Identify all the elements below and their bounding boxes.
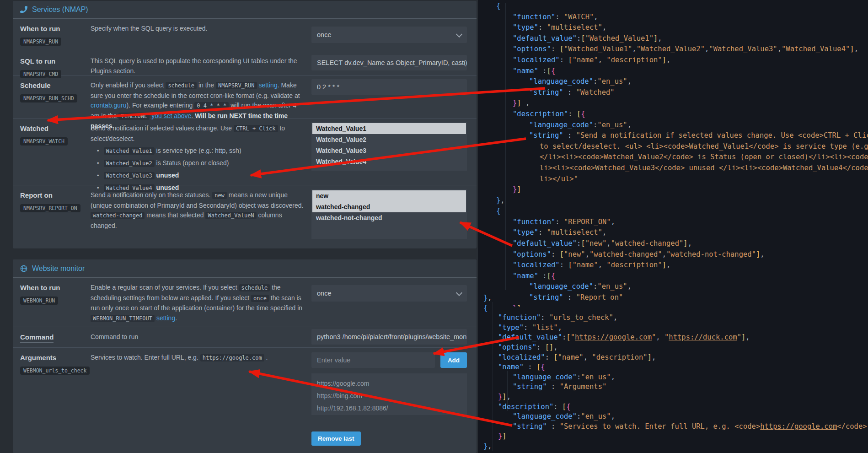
setting-label: When to run: [20, 25, 60, 32]
description-text: means that selected: [145, 211, 205, 219]
code-token: ,: [598, 261, 607, 269]
code-token: ,: [521, 99, 530, 107]
option-new[interactable]: new: [312, 190, 466, 201]
setting-description: Send a notification if selected values c…: [91, 119, 311, 193]
setting-control-cell: newwatched-changedwatched-not-changed: [311, 185, 477, 242]
code-line: "string" : "Watched": [478, 87, 868, 98]
code-line: "type": "multiselect",: [478, 227, 868, 238]
code-token: }: [483, 294, 488, 302]
code-token: :: [560, 261, 568, 269]
code-token: ]: [517, 185, 521, 194]
settings-row-sql-to-run: SQL to runNMAPSRV_CMDThis SQL query is u…: [13, 51, 477, 75]
code-token: ]: [850, 45, 854, 53]
enter-value-input[interactable]: Enter value: [311, 352, 435, 368]
panel-title: Services (NMAP): [32, 5, 88, 14]
settings-row-webmon-when-to-run: When to runWEBMON_RUNEnable a regular sc…: [13, 278, 477, 327]
row-label-cell: Command: [13, 327, 91, 347]
code-line: "string" : "Send a notification if selec…: [478, 130, 868, 141]
code-token: ]: [683, 239, 687, 248]
code-token: :: [541, 313, 549, 322]
setting-control-cell: python3 /home/pi/pialert/front/plugins/w…: [311, 327, 477, 347]
code-url-link[interactable]: https://google.com: [575, 333, 652, 341]
panel-title: Website monitor: [32, 264, 85, 273]
code-token: :: [538, 272, 547, 280]
inline-code: 0 4 * * *: [194, 102, 229, 109]
code-token: "name": [573, 56, 598, 64]
webmon-when-to-run-select[interactable]: once: [311, 285, 467, 302]
description-text: Command to run: [91, 333, 138, 340]
code-token: "urls_to_check": [549, 313, 613, 322]
code-token: "multiselect": [547, 23, 602, 32]
option-watched-not-changed[interactable]: watched-not-changed: [312, 212, 466, 223]
code-token: ,: [500, 196, 504, 205]
code-token: :: [563, 131, 576, 140]
inline-link[interactable]: crontab.guru: [91, 102, 127, 109]
code-line: {: [478, 452, 868, 453]
code-line: }] ,: [478, 98, 868, 109]
sql-to-run-input[interactable]: SELECT dv.dev_Name as Object_PrimaryID, …: [311, 55, 467, 70]
code-token: ,: [760, 250, 764, 259]
bullet-dot: •: [97, 147, 99, 154]
code-url-link[interactable]: https://duck.com: [669, 333, 737, 341]
description-text: Services to watch. Enter full URL, e.g.: [91, 354, 200, 361]
code-line: "language_code":"en_us",: [478, 76, 868, 87]
command-input[interactable]: python3 /home/pi/pialert/front/plugins/w…: [311, 329, 467, 345]
code-token: :: [577, 373, 581, 381]
setting-label: Watched: [20, 124, 48, 132]
code-token: "function": [513, 218, 555, 226]
code-token: ]: [741, 333, 745, 341]
code-token: ,: [488, 442, 492, 450]
code-token: [: [568, 261, 572, 269]
code-line: "name" :[{: [478, 271, 868, 282]
setting-key-badge: WEBMON_urls_to_check: [20, 367, 90, 375]
code-token: ,: [705, 45, 709, 53]
code-token: {: [541, 363, 545, 371]
setting-description: Specify when the SQL query is executed.: [91, 19, 311, 51]
description-text: This SQL query is used to populate the c…: [91, 57, 297, 75]
code-line: "default_value":["Watched_Value1"],: [478, 33, 868, 44]
when-to-run-select[interactable]: once: [311, 27, 467, 43]
code-token: "name": [558, 353, 584, 361]
code-token: :: [545, 353, 554, 361]
code-token: }: [513, 185, 517, 194]
url-list-textarea[interactable]: https://google.comhttps://bing.comhttp:/…: [311, 373, 467, 415]
code-url-link[interactable]: https://google.com: [760, 422, 837, 431]
schedule-input[interactable]: 0 2 * * *: [311, 79, 467, 95]
option-Watched_Value3[interactable]: Watched_Value3: [312, 145, 466, 156]
code-token: "multiselect": [547, 228, 602, 237]
inline-link[interactable]: setting: [156, 314, 175, 322]
option-watched-changed[interactable]: watched-changed: [312, 201, 466, 212]
code-token: "description": [606, 56, 662, 64]
code-token: ,: [658, 34, 662, 43]
add-button[interactable]: Add: [440, 352, 467, 368]
description-text: .: [175, 314, 177, 322]
option-Watched_Value1[interactable]: Watched_Value1: [312, 123, 466, 134]
code-token: "description": [606, 261, 662, 269]
remove-last-button[interactable]: Remove last: [311, 431, 361, 446]
watched-multiselect[interactable]: Watched_Value1Watched_Value2Watched_Valu…: [311, 122, 467, 171]
code-token: "function": [498, 313, 541, 322]
inline-link[interactable]: setting: [258, 81, 277, 89]
row-label-cell: WatchedNMAPSRV_WATCH: [13, 119, 91, 193]
code-line: to select/deselect. <ul> <li><code>Watch…: [478, 141, 868, 152]
code-token: :: [538, 228, 547, 237]
code-token: </li><li><code>Watched_Value2</code> is …: [540, 153, 868, 161]
bold-text: unused: [155, 172, 179, 179]
code-token: ": [652, 333, 656, 341]
code-token: ": [737, 333, 741, 341]
option-Watched_Value2[interactable]: Watched_Value2: [312, 134, 466, 145]
code-line: "type": "multiselect",: [478, 22, 868, 33]
code-token: "language_code": [513, 412, 577, 421]
inline-code: Watched_Value3: [104, 172, 155, 179]
code-token: ,: [652, 353, 656, 361]
option-Watched_Value4[interactable]: Watched_Value4: [312, 156, 466, 167]
code-token: :: [547, 422, 560, 431]
bullet-dot: •: [97, 172, 99, 179]
inline-code: schedule: [239, 284, 270, 291]
report-on-multiselect[interactable]: newwatched-changedwatched-not-changed: [311, 189, 467, 239]
code-token: ": [571, 333, 575, 341]
settings-row-watched: WatchedNMAPSRV_WATCHSend a notification …: [13, 118, 477, 185]
code-token: [: [560, 250, 564, 259]
json-file-nmap-config: {"function": "WATCH","type": "multiselec…: [478, 1, 868, 307]
code-token: "watched-changed": [589, 250, 662, 259]
